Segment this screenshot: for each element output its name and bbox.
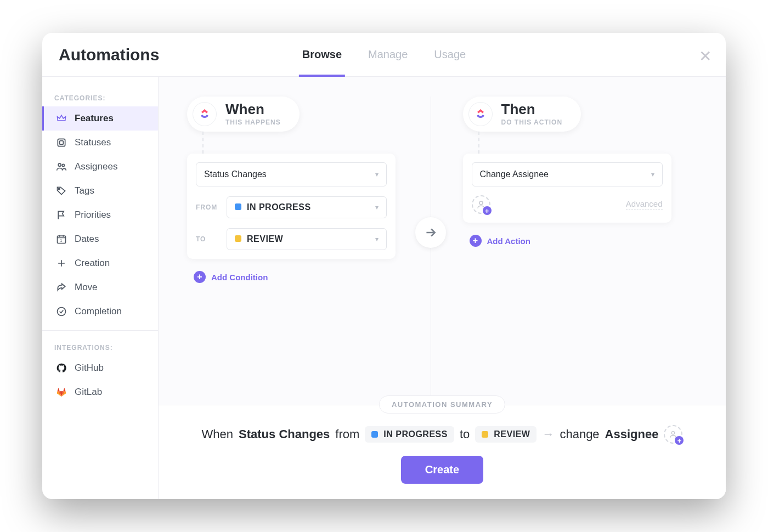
tab-usage[interactable]: Usage [434,33,466,76]
chevron-down-icon: ▾ [651,171,654,178]
svg-point-7 [58,308,66,316]
builder-main: When THIS HAPPENS Status Changes ▾ FROM [159,77,726,499]
arrow-right-icon: → [542,427,554,442]
automations-modal: Automations Browse Manage Usage ✕ CATEGO… [42,33,726,499]
plus-circle-icon: + [194,271,206,283]
sidebar-item-label: Features [75,113,114,124]
tab-browse[interactable]: Browse [302,33,342,76]
from-status-select[interactable]: IN PROGRESS ▾ [227,196,387,218]
when-column: When THIS HAPPENS Status Changes ▾ FROM [178,97,431,399]
people-icon [56,161,67,172]
clickup-logo-icon [468,102,493,126]
status-dot-yellow [482,431,488,438]
to-status-select[interactable]: REVIEW ▾ [227,228,387,250]
then-connector-line [478,132,479,154]
sidebar-item-label: Tags [75,185,94,196]
flag-icon [56,210,67,220]
sidebar-item-tags[interactable]: Tags [42,179,158,203]
share-icon [56,282,67,293]
action-label: Change Assignee [480,169,549,179]
close-icon[interactable]: ✕ [699,47,711,65]
to-status-name: REVIEW [247,234,283,244]
summary-from-status-name: IN PROGRESS [383,429,448,439]
summary-when: When [202,427,233,442]
trigger-select[interactable]: Status Changes ▾ [196,162,387,186]
sidebar-item-label: Completion [75,306,122,317]
then-title: Then [501,102,563,116]
sidebar-item-gitlab[interactable]: GitLab [42,380,158,404]
check-circle-icon [56,306,67,317]
svg-point-8 [479,201,483,205]
summary-change-word: change [560,427,599,442]
builder-area: When THIS HAPPENS Status Changes ▾ FROM [159,77,726,405]
sidebar-item-assignees[interactable]: Assignees [42,155,158,179]
svg-rect-0 [58,139,65,146]
trigger-label: Status Changes [204,169,267,179]
summary-chip: AUTOMATION SUMMARY [379,395,505,414]
then-subtitle: DO THIS ACTION [501,118,563,126]
sidebar-item-label: Creation [75,258,110,269]
then-card: Change Assignee ▾ Advanced [463,154,671,223]
tab-manage[interactable]: Manage [368,33,408,76]
add-action-button[interactable]: + Add Action [470,235,530,247]
then-column: Then DO THIS ACTION Change Assignee ▾ [431,97,707,399]
tag-icon [56,185,67,196]
status-dot-yellow [235,235,241,242]
when-title: When [225,102,281,116]
chevron-down-icon: ▾ [375,203,379,211]
add-action-label: Add Action [487,236,530,246]
summary-to-status-name: REVIEW [494,429,530,439]
clickup-logo-icon [193,102,217,126]
sidebar-item-label: Statuses [75,137,111,148]
summary-text: When Status Changes from IN PROGRESS to … [175,425,709,444]
then-pill: Then DO THIS ACTION [463,97,581,132]
sidebar-item-features[interactable]: Features [42,106,158,131]
summary-from-status: IN PROGRESS [365,426,454,443]
page-title: Automations [59,46,159,64]
gitlab-icon [56,387,67,398]
add-condition-button[interactable]: + Add Condition [194,271,268,283]
svg-point-3 [62,164,64,166]
action-select[interactable]: Change Assignee ▾ [472,162,663,186]
advanced-link[interactable]: Advanced [626,199,663,210]
summary-to-status: REVIEW [475,426,537,443]
square-icon [56,137,67,148]
modal-body: CATEGORIES: Features Statuses Assignees [42,77,726,499]
summary-trigger: Status Changes [239,427,330,442]
header-tabs: Browse Manage Usage [302,33,466,76]
crown-icon [56,113,67,124]
sidebar-categories-heading: CATEGORIES: [42,88,158,106]
sidebar-item-label: Priorities [75,210,111,220]
when-card: Status Changes ▾ FROM IN PROGRESS ▾ TO [187,154,396,259]
summary-from-word: from [335,427,359,442]
chevron-down-icon: ▾ [375,235,379,243]
sidebar-item-dates[interactable]: 1 Dates [42,227,158,251]
svg-point-4 [59,188,60,190]
summary-target: Assignee [605,427,659,442]
sidebar-item-label: GitLab [75,387,102,398]
sidebar-item-completion[interactable]: Completion [42,299,158,324]
sidebar-item-statuses[interactable]: Statuses [42,131,158,155]
from-status-name: IN PROGRESS [247,202,311,212]
sidebar-item-label: Move [75,282,98,293]
sidebar-integrations-heading: INTEGRATIONS: [42,337,158,356]
create-button[interactable]: Create [401,456,483,484]
sidebar: CATEGORIES: Features Statuses Assignees [42,77,159,499]
from-label: FROM [196,203,220,211]
svg-rect-1 [60,141,64,145]
sidebar-item-label: Dates [75,234,99,245]
sidebar-item-label: Assignees [75,161,117,172]
summary-add-assignee[interactable] [664,425,682,444]
summary-to-word: to [460,427,470,442]
when-pill: When THIS HAPPENS [187,97,300,132]
sidebar-item-move[interactable]: Move [42,275,158,299]
chevron-down-icon: ▾ [375,171,379,178]
svg-point-9 [672,432,675,434]
add-assignee-button[interactable] [472,195,490,214]
calendar-icon: 1 [56,234,67,245]
sidebar-divider [42,330,158,331]
add-condition-label: Add Condition [211,273,268,282]
sidebar-item-creation[interactable]: Creation [42,251,158,275]
sidebar-item-priorities[interactable]: Priorities [42,203,158,227]
sidebar-item-github[interactable]: GitHub [42,356,158,380]
